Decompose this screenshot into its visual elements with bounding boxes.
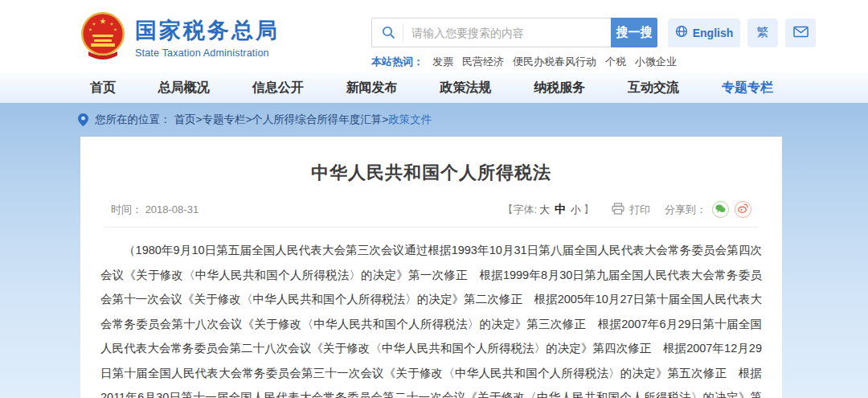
hotword-link[interactable]: 发票 bbox=[432, 55, 453, 69]
english-button[interactable]: English bbox=[668, 18, 740, 47]
nav-item-interaction[interactable]: 互动交流 bbox=[628, 80, 679, 96]
date-value: 2018-08-31 bbox=[145, 203, 199, 215]
font-size-prefix: 【字体: bbox=[502, 203, 537, 217]
nav-item-special-topics[interactable]: 专题专栏 bbox=[722, 80, 773, 96]
article-title: 中华人民共和国个人所得税法 bbox=[80, 161, 782, 185]
font-size-medium-button[interactable]: 中 bbox=[555, 203, 566, 217]
traditional-chinese-button[interactable]: 繁 bbox=[747, 18, 778, 47]
breadcrumb-path[interactable]: 首页>专题专栏>个人所得综合所得年度汇算> bbox=[174, 113, 389, 127]
nav-item-policy[interactable]: 政策法规 bbox=[440, 80, 491, 96]
print-button[interactable]: 打印 bbox=[612, 203, 650, 217]
page-background: 您所在的位置： 首页>专题专栏>个人所得综合所得年度汇算> 政策文件 中华人民共… bbox=[0, 103, 868, 398]
printer-icon bbox=[612, 203, 629, 217]
weibo-icon bbox=[738, 203, 748, 215]
search-icon bbox=[382, 26, 395, 39]
nav-item-news[interactable]: 新闻发布 bbox=[346, 80, 398, 96]
article-date: 时间： 2018-08-31 bbox=[111, 203, 199, 217]
site-logo[interactable]: 国家税务总局 State Taxation Administration bbox=[80, 10, 280, 64]
hotwords-label: 本站热词： bbox=[371, 55, 424, 69]
article-meta-row: 时间： 2018-08-31 【字体: 大 中 小 】 bbox=[104, 201, 758, 218]
location-pin-icon bbox=[78, 113, 88, 126]
hotword-link[interactable]: 个税 bbox=[605, 55, 626, 69]
date-label: 时间： bbox=[111, 203, 142, 215]
wechat-icon bbox=[715, 203, 726, 215]
meta-divider bbox=[104, 227, 758, 228]
font-size-suffix: 】 bbox=[583, 203, 594, 217]
national-emblem-icon bbox=[80, 10, 125, 64]
site-title: 国家税务总局 bbox=[135, 16, 280, 45]
hotword-link[interactable]: 便民办税春风行动 bbox=[513, 55, 596, 69]
nav-item-home[interactable]: 首页 bbox=[90, 80, 116, 96]
mail-button[interactable] bbox=[785, 18, 816, 47]
globe-icon bbox=[675, 25, 693, 40]
mail-icon bbox=[793, 26, 809, 40]
breadcrumb-current[interactable]: 政策文件 bbox=[388, 113, 432, 127]
font-size-large-button[interactable]: 大 bbox=[539, 203, 550, 217]
site-subtitle: State Taxation Administration bbox=[135, 47, 280, 59]
article-body: （1980年9月10日第五届全国人民代表大会第三次会议通过根据1993年10月3… bbox=[100, 238, 762, 398]
nav-item-disclosure[interactable]: 信息公开 bbox=[252, 80, 304, 96]
search-box bbox=[371, 18, 611, 47]
hotword-link[interactable]: 民营经济 bbox=[462, 55, 504, 69]
print-label: 打印 bbox=[629, 203, 650, 217]
hotword-link[interactable]: 小微企业 bbox=[635, 55, 677, 69]
search-button[interactable]: 搜一搜 bbox=[611, 18, 657, 47]
english-button-label: English bbox=[693, 27, 734, 39]
share-wechat-button[interactable] bbox=[712, 201, 729, 218]
share-weibo-button[interactable] bbox=[735, 201, 751, 218]
font-size-small-button[interactable]: 小 bbox=[571, 203, 581, 217]
main-nav: 首页 总局概况 信息公开 新闻发布 政策法规 纳税服务 互动交流 专题专栏 bbox=[0, 72, 868, 103]
breadcrumb-label: 您所在的位置： bbox=[95, 113, 171, 127]
nav-item-overview[interactable]: 总局概况 bbox=[158, 80, 210, 96]
article-card: 中华人民共和国个人所得税法 时间： 2018-08-31 【字体: 大 中 小 … bbox=[80, 137, 782, 398]
nav-item-tax-service[interactable]: 纳税服务 bbox=[534, 80, 585, 96]
share-label: 分享到： bbox=[665, 203, 706, 217]
search-input[interactable] bbox=[403, 25, 604, 41]
site-header: 国家税务总局 State Taxation Administration 搜一搜 bbox=[0, 0, 868, 72]
breadcrumb: 您所在的位置： 首页>专题专栏>个人所得综合所得年度汇算> 政策文件 bbox=[0, 103, 868, 137]
hotwords-bar: 本站热词： 发票 民营经济 便民办税春风行动 个税 小微企业 bbox=[371, 55, 816, 69]
